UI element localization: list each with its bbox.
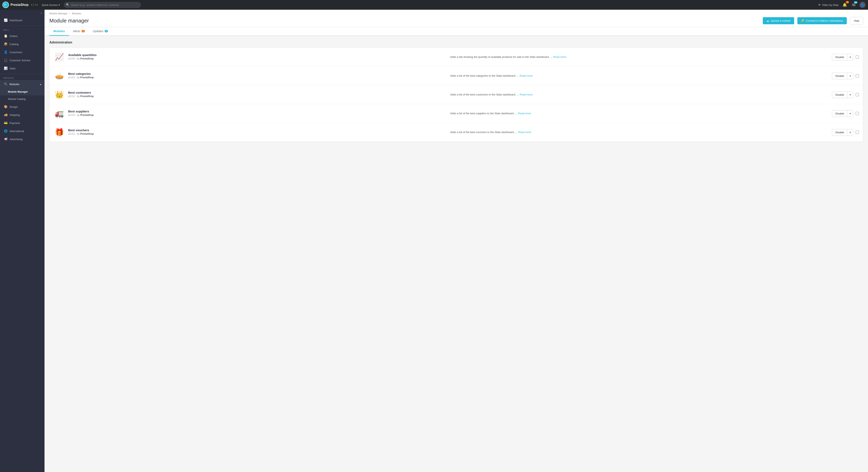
dropdown-button-3[interactable]: ▾ [847,110,853,117]
tabs-row: Modules Alerts 2 Updates 6 [44,27,868,36]
sidebar-item-payment-label: Payment [9,122,20,125]
dropdown-button-0[interactable]: ▾ [847,54,853,60]
module-author-4: PrestaShop [80,132,94,135]
view-shop-label: View my shop [822,3,838,6]
catalog-icon: 📦 [4,42,7,46]
sidebar-item-advertising[interactable]: 📢 Advertising [0,135,44,143]
sidebar-item-catalog[interactable]: 📦 Catalog [0,40,44,48]
module-name-available-quantities: Available quantities [68,53,443,57]
module-meta-best-suppliers: v2.0.0 - by PrestaShop [68,114,443,117]
module-icon-best-vouchers: 🎁 [54,127,65,138]
module-actions-1: Disable ▾ [832,72,859,79]
table-row: 🥧 Best categories v2.0.0 - by PrestaShop… [50,66,863,85]
module-author-0: PrestaShop [80,57,94,60]
upload-module-button[interactable]: ☁ Upload a module [763,17,794,24]
notifications-button[interactable]: 🛍 13 [851,2,856,8]
module-version-4: v2.0.0 [68,132,75,135]
connect-addons-label: Connect to Addons marketplace [806,19,843,22]
brand-version: 1.7.7.5 [31,4,38,6]
sidebar-collapse-button[interactable]: « [40,11,42,14]
topnav: P PrestaShop 1.7.7.5 Quick Access ▾ 🔍 👁 … [0,0,868,10]
alerts-button[interactable]: 🔔 7 [842,2,848,8]
module-author-1: PrestaShop [80,76,94,79]
read-more-link-3[interactable]: Read more [518,112,531,115]
shipping-icon: 🚚 [4,113,7,117]
breadcrumb: Module Manager / Modules [50,12,863,15]
tab-updates[interactable]: Updates 6 [89,27,112,36]
sidebar-item-module-manager[interactable]: Module Manager [0,88,44,95]
sidebar-item-modules-label: Modules [9,83,20,86]
design-icon: 🎨 [4,105,7,108]
module-version-0: v2.0.0 [68,57,75,60]
sidebar-section-improve: IMPROVE [0,75,44,80]
module-name-best-suppliers: Best suppliers [68,109,443,113]
tab-modules[interactable]: Modules [50,27,69,36]
sidebar-item-modules[interactable]: 🔌 Modules ▴ [0,80,44,88]
upload-icon: ☁ [767,19,769,22]
help-label: Help [854,19,859,22]
dropdown-button-4[interactable]: ▾ [847,129,853,136]
module-desc-best-customers: Adds a list of the best customers to the… [446,93,829,96]
sidebar-section-sell: SELL [0,27,44,32]
sidebar-item-catalog-label: Catalog [9,43,19,46]
disable-button-1[interactable]: Disable [832,72,847,79]
module-checkbox-2[interactable] [856,93,859,96]
read-more-link-2[interactable]: Read more [520,93,532,96]
sidebar-item-shipping[interactable]: 🚚 Shipping [0,111,44,119]
disable-button-4[interactable]: Disable [832,129,847,136]
connect-addons-button[interactable]: 🔑 Connect to Addons marketplace [797,17,847,24]
payment-icon: 💳 [4,121,7,125]
sidebar-item-customers[interactable]: 👤 Customers [0,48,44,56]
main-content: Module Manager / Modules Module manager … [44,10,868,472]
module-name-best-vouchers: Best vouchers [68,128,443,132]
brand-name: PrestaShop [10,3,29,7]
dropdown-button-2[interactable]: ▾ [847,91,853,98]
read-more-link-0[interactable]: Read more [553,55,566,58]
search-input[interactable] [64,2,141,8]
module-checkbox-4[interactable] [856,131,859,134]
dropdown-button-1[interactable]: ▾ [847,72,853,79]
sidebar-item-international[interactable]: 🌐 International [0,127,44,135]
module-checkbox-0[interactable] [856,55,859,59]
disable-button-3[interactable]: Disable [832,110,847,117]
sidebar-item-stats[interactable]: 📊 Stats [0,64,44,72]
sidebar-item-orders[interactable]: 📋 Orders [0,32,44,40]
module-version-2: v2.0.2 [68,95,75,98]
module-info-best-categories: Best categories v2.0.0 - by PrestaShop [68,72,443,80]
quick-access-button[interactable]: Quick Access ▾ [40,3,62,7]
topnav-right: 👁 View my shop 🔔 7 🛍 13 👤 [818,2,866,8]
disable-button-0[interactable]: Disable [832,54,847,60]
bell-icon: 🔔 [842,3,847,7]
sidebar: « 📈 Dashboard SELL 📋 Orders 📦 Catalog 👤 … [0,10,44,472]
customers-icon: 👤 [4,50,7,54]
module-meta-best-customers: v2.0.2 - by PrestaShop [68,95,443,98]
sidebar-item-design[interactable]: 🎨 Design [0,103,44,111]
eye-icon: 👁 [818,3,821,6]
read-more-link-1[interactable]: Read more [520,74,532,77]
key-icon: 🔑 [801,19,804,22]
read-more-link-4[interactable]: Read more [518,131,531,134]
help-button[interactable]: Help [850,17,863,25]
module-info-best-customers: Best customers v2.0.2 - by PrestaShop [68,91,443,98]
tab-alerts[interactable]: Alerts 2 [69,27,89,36]
sidebar-item-international-label: International [9,130,24,133]
tab-updates-label: Updates [93,30,103,33]
breadcrumb-separator: / [69,12,70,15]
breadcrumb-link-module-manager[interactable]: Module Manager [50,12,68,15]
tab-updates-badge: 6 [104,30,108,32]
layout: « 📈 Dashboard SELL 📋 Orders 📦 Catalog 👤 … [0,10,868,472]
disable-button-2[interactable]: Disable [832,91,847,98]
sidebar-item-customer-service[interactable]: 🎧 Customer Service [0,56,44,64]
module-checkbox-3[interactable] [856,112,859,115]
customer-service-icon: 🎧 [4,58,7,62]
sidebar-item-dashboard[interactable]: 📈 Dashboard [0,16,44,24]
user-avatar-button[interactable]: 👤 [860,2,866,8]
view-shop-link[interactable]: 👁 View my shop [818,3,838,6]
module-info-available-quantities: Available quantities v2.0.0 - by PrestaS… [68,53,443,61]
chevron-up-icon: ▴ [40,83,41,86]
module-version-3: v2.0.0 [68,114,75,117]
module-checkbox-1[interactable] [856,74,859,77]
sidebar-item-module-catalog[interactable]: Module Catalog [0,95,44,103]
sidebar-item-payment[interactable]: 💳 Payment [0,119,44,127]
module-icon-best-categories: 🥧 [54,70,65,82]
